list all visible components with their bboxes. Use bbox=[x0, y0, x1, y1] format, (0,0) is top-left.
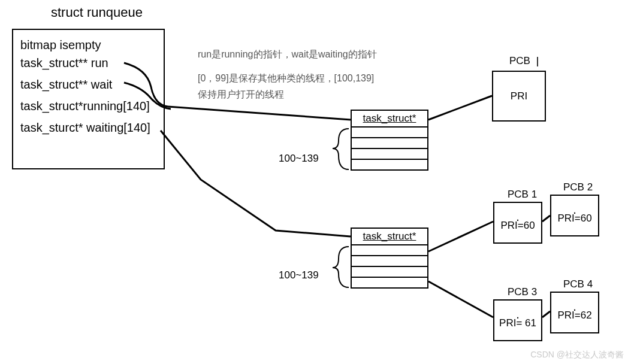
cursor-icon bbox=[537, 57, 538, 66]
array-box-waiting: task_struct* bbox=[351, 228, 428, 289]
struct-member: task_struct** wait bbox=[20, 75, 156, 93]
array-row bbox=[352, 126, 427, 137]
array-row bbox=[352, 255, 427, 266]
array-row bbox=[352, 266, 427, 277]
array-box-running: task_struct* bbox=[351, 110, 428, 171]
pcb-box: . PRI= 61 bbox=[493, 299, 542, 341]
range-label: 100~139 bbox=[279, 153, 319, 165]
pcb-box: . PRI=60 bbox=[550, 195, 599, 236]
pcb-content: PRI bbox=[511, 90, 527, 102]
svg-line-2 bbox=[428, 222, 493, 251]
dot-icon: . bbox=[516, 214, 520, 220]
svg-line-0 bbox=[168, 107, 351, 120]
struct-box: bitmap isempty task_struct** run task_st… bbox=[12, 29, 165, 169]
array-row bbox=[352, 277, 427, 287]
svg-line-4 bbox=[428, 281, 493, 317]
array-row bbox=[352, 244, 427, 255]
array-row bbox=[352, 159, 427, 169]
pcb-content: PRI=60 bbox=[500, 220, 535, 232]
struct-member: task_struct** run bbox=[20, 54, 156, 72]
struct-member: bitmap isempty bbox=[20, 36, 156, 54]
pcb-title: PCB 3 bbox=[508, 286, 537, 298]
pcb-title: PCB bbox=[509, 55, 538, 67]
array-box-label: task_struct* bbox=[352, 229, 427, 244]
range-label: 100~139 bbox=[279, 269, 319, 281]
pcb-content: PRI=62 bbox=[557, 310, 591, 321]
watermark: CSDN @社交达人波奇酱 bbox=[530, 350, 624, 360]
struct-member: task_sturct* waiting[140] bbox=[20, 119, 156, 136]
array-box-label: task_struct* bbox=[352, 111, 427, 126]
array-row bbox=[352, 137, 427, 148]
description-line: run是running的指针，wait是waiting的指针 bbox=[198, 47, 377, 62]
dot-icon: . bbox=[573, 304, 576, 310]
pcb-title: PCB 4 bbox=[563, 278, 593, 290]
pcb-box: . PRI=60 bbox=[493, 202, 542, 244]
svg-line-3 bbox=[542, 216, 550, 222]
pcb-title: PCB 1 bbox=[508, 189, 537, 201]
pcb-title: PCB 2 bbox=[563, 181, 593, 193]
array-row bbox=[352, 148, 427, 159]
description-line: [0，99]是保存其他种类的线程，[100,139] bbox=[198, 71, 374, 86]
svg-line-1 bbox=[428, 96, 492, 120]
dot-icon: . bbox=[516, 311, 520, 317]
dot-icon: . bbox=[573, 207, 576, 213]
description-line: 保持用户打开的线程 bbox=[198, 87, 284, 102]
pcb-box: PRI bbox=[492, 71, 546, 122]
struct-member: task_struct*running[140] bbox=[20, 97, 156, 115]
pcb-box: . PRI=62 bbox=[550, 292, 599, 333]
svg-line-5 bbox=[542, 311, 550, 317]
diagram-title: struct runqueue bbox=[51, 5, 143, 20]
pcb-content: PRI=60 bbox=[557, 213, 591, 225]
pcb-content: PRI= 61 bbox=[499, 317, 536, 329]
